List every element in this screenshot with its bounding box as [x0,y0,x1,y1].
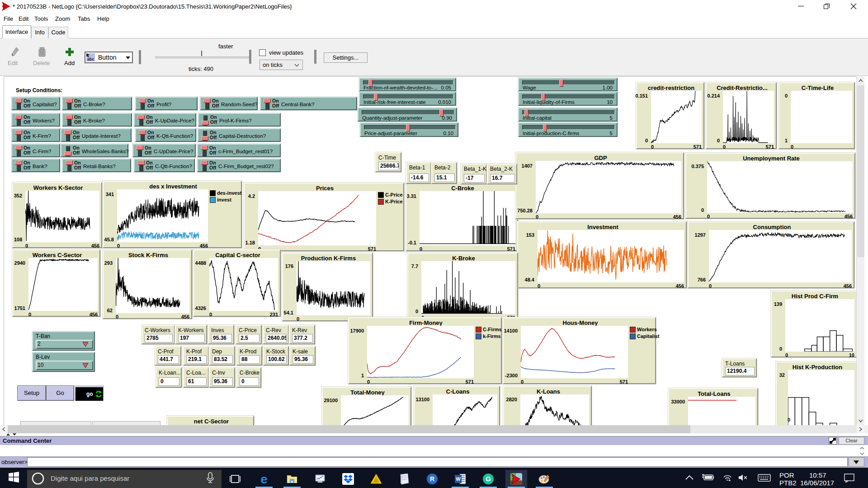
svg-text:R: R [430,475,434,483]
svg-text:W: W [456,476,461,482]
svg-text:G: G [486,475,491,483]
svg-text:e: e [260,473,268,485]
